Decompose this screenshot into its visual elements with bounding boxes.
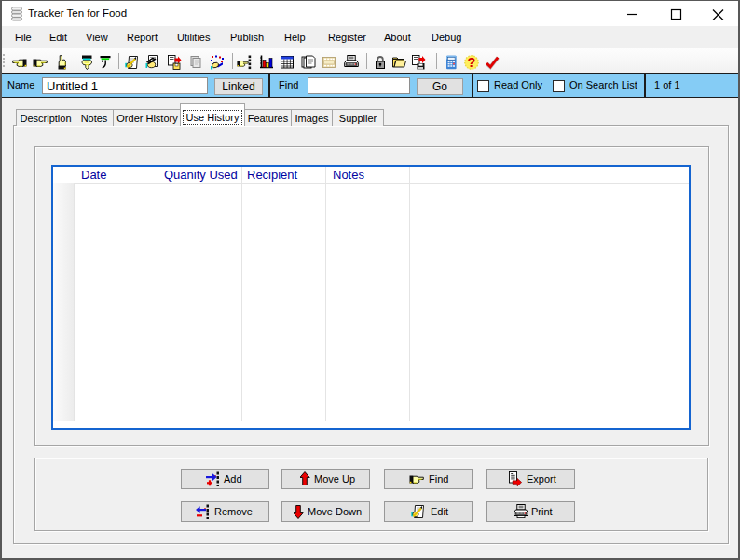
- svg-text:?: ?: [468, 55, 476, 70]
